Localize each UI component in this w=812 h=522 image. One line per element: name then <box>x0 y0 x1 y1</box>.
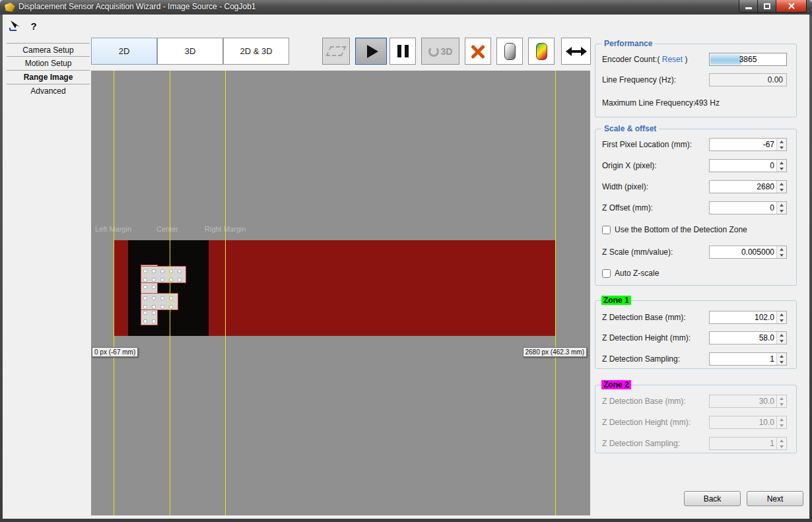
red-x-icon <box>470 44 486 59</box>
maximize-button[interactable] <box>758 0 776 13</box>
spin-up-button[interactable] <box>777 246 786 252</box>
use-bottom-checkbox[interactable] <box>602 226 611 234</box>
spin-down-button <box>777 443 786 449</box>
z-offset-input[interactable] <box>709 201 787 214</box>
titlebar[interactable]: Displacement Sensor Acquisition Wizard -… <box>0 0 812 15</box>
spin-down-button[interactable] <box>777 166 786 172</box>
spin-down-button[interactable] <box>777 252 786 258</box>
zone2-sampling-input <box>709 437 787 450</box>
minimize-button[interactable] <box>739 0 758 13</box>
spin-up-button[interactable] <box>777 139 786 145</box>
zone2-height-label: Z Detection Height (mm): <box>602 416 691 429</box>
sidebar-item-range-image[interactable]: Range Image <box>7 71 90 84</box>
tab-2d[interactable]: 2D <box>91 38 157 65</box>
right-margin-line[interactable] <box>225 71 226 515</box>
auto-z-checkbox-row: Auto Z-scale <box>602 268 659 278</box>
width-pixel-label: Width (pixel): <box>602 180 648 193</box>
zone1-height-label: Z Detection Height (mm): <box>602 331 691 344</box>
sidebar-item-camera-setup[interactable]: Camera Setup <box>7 43 90 57</box>
width-pixel-input[interactable] <box>709 180 787 193</box>
center-line[interactable] <box>170 71 170 515</box>
back-button[interactable]: Back <box>684 491 741 506</box>
sidebar-item-label: Range Image <box>24 73 73 82</box>
close-button[interactable] <box>776 0 807 13</box>
play-icon <box>367 45 378 58</box>
pause-button[interactable] <box>389 38 416 65</box>
app-icon <box>5 3 15 12</box>
z-scale-label: Z Scale (mm/value): <box>602 245 673 259</box>
sidebar-item-label: Motion Setup <box>25 59 72 68</box>
zone1-base-label: Z Detection Base (mm): <box>602 311 686 324</box>
spin-down-button[interactable] <box>777 208 786 214</box>
zone2-sampling-spinner <box>709 437 787 450</box>
auto-z-checkbox[interactable] <box>602 269 611 278</box>
line-frequency-field: 0.00 <box>709 73 787 86</box>
zone1-sampling-spinner <box>709 352 787 366</box>
colormap-icon <box>536 43 547 60</box>
spin-down-button[interactable] <box>777 317 786 323</box>
spin-up-button[interactable] <box>777 202 786 208</box>
auto-z-checkbox-label: Auto Z-scale <box>615 269 659 278</box>
ruler-end-label: 2680 px (462.3 mm) <box>523 347 588 357</box>
encoder-count-field: 3865 <box>709 53 787 66</box>
first-pixel-location-input[interactable] <box>709 138 787 151</box>
refresh-3d-button: 3D <box>421 38 459 65</box>
tab-label: 2D & 3D <box>240 46 272 56</box>
sidebar-item-motion-setup[interactable]: Motion Setup <box>7 57 90 71</box>
ruler-start-label: 0 px (-67 mm) <box>92 347 138 357</box>
zone2-height-input <box>709 416 787 429</box>
spin-down-button[interactable] <box>777 338 786 344</box>
grayscale-view-button[interactable] <box>496 38 523 65</box>
fit-width-button[interactable] <box>561 38 591 65</box>
sidebar-item-advanced[interactable]: Advanced <box>7 84 90 98</box>
clear-calibration-button[interactable] <box>465 38 491 65</box>
spin-up-button <box>777 438 786 443</box>
origin-x-spinner <box>709 159 787 172</box>
spin-down-button <box>777 422 786 428</box>
zone2-base-input <box>709 395 787 408</box>
max-line-frequency-value: 493 Hz <box>694 96 720 110</box>
scanned-part-mid-arm <box>141 293 178 310</box>
left-margin-line[interactable] <box>114 71 114 515</box>
z-scale-input[interactable] <box>709 245 787 259</box>
spin-down-button[interactable] <box>777 187 786 193</box>
zone2-height-spinner <box>709 416 787 429</box>
tab-3d[interactable]: 3D <box>157 38 223 65</box>
zone2-title: Zone 2 <box>601 380 631 389</box>
zone1-base-input[interactable] <box>709 311 787 324</box>
scale-offset-title: Scale & offset <box>601 124 659 133</box>
max-line-frequency-label: Maximum Line Frequency: <box>602 96 695 110</box>
encoder-count-label: Encoder Count:( Reset ) <box>602 53 687 66</box>
spin-down-button[interactable] <box>777 359 786 365</box>
spin-up-button[interactable] <box>777 160 786 166</box>
range-image-viewer[interactable]: Left Margin Center Right Margin 0 px (-6… <box>91 71 590 515</box>
close-icon <box>788 2 795 10</box>
help-button[interactable]: ? <box>26 19 41 32</box>
spin-up-button[interactable] <box>777 353 786 359</box>
wizard-content: ? Camera Setup Motion Setup Range Image … <box>3 15 809 519</box>
maximize-icon <box>764 3 770 9</box>
first-pixel-location-label: First Pixel Location (mm): <box>602 138 692 151</box>
spin-down-button[interactable] <box>777 145 786 150</box>
spin-up-button[interactable] <box>777 311 786 317</box>
play-button[interactable] <box>355 38 387 65</box>
dashed-region-icon <box>326 46 347 56</box>
image-end-line[interactable] <box>555 71 556 515</box>
spin-up-button[interactable] <box>777 181 786 187</box>
next-button[interactable]: Next <box>747 491 803 506</box>
zone2-base-label: Z Detection Base (mm): <box>602 395 686 408</box>
tab-2d-3d[interactable]: 2D & 3D <box>223 38 289 65</box>
center-label: Center <box>156 225 178 233</box>
zone1-sampling-input[interactable] <box>709 352 787 366</box>
horizontal-arrow-icon <box>566 46 587 57</box>
origin-x-input[interactable] <box>709 159 787 172</box>
z-offset-spinner <box>709 201 787 214</box>
sidebar-item-label: Camera Setup <box>22 46 73 55</box>
sidebar-item-label: Advanced <box>30 86 65 96</box>
width-pixel-spinner <box>709 180 787 193</box>
zone1-height-input[interactable] <box>709 331 787 344</box>
spin-up-button[interactable] <box>777 332 786 338</box>
reset-link[interactable]: Reset <box>662 55 683 64</box>
colormap-view-button[interactable] <box>528 38 555 65</box>
measure-tool-button[interactable] <box>8 19 22 32</box>
